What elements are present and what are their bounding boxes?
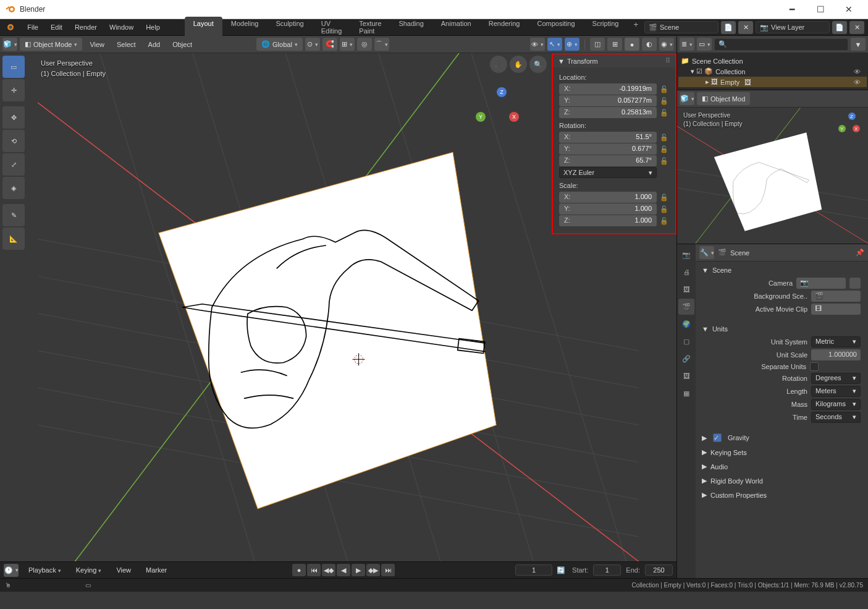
gizmo-icon[interactable]: ↖▾ [547,38,562,51]
menu-file[interactable]: File [21,21,44,33]
unitsys-select[interactable]: Metric▾ [811,336,861,347]
snap-type-icon[interactable]: ⊞▾ [340,38,355,51]
npanel-header[interactable]: ▼ Transform⠿ [553,54,675,67]
unitscale-input[interactable]: 1.000000 [811,349,861,360]
editor-type-icon[interactable]: 🧊▾ [2,38,17,51]
shading-rendered-icon[interactable]: ◉▾ [659,38,674,51]
outliner-filter-icon[interactable]: ▼ [851,38,866,51]
psec-rigidbody[interactable]: ▶ Rigid Body World [701,474,863,487]
outliner-item-empty[interactable]: ▸ 🖼 Empty 🖼👁 [678,77,867,87]
lock-icon[interactable]: 🔓 [659,85,669,93]
ptab-texture[interactable]: ▦ [678,385,694,401]
shading-solid-icon[interactable]: ● [625,38,639,51]
psec-gravity[interactable]: ▶ ✓ Gravity [701,431,863,445]
viewport-3d[interactable]: User Perspective (1) Collection | Empty … [0,53,676,561]
eye-icon[interactable]: 👁 [854,79,864,86]
tab-scripting[interactable]: Scripting [584,17,628,38]
xray-icon[interactable]: ◫ [590,38,605,51]
tab-add[interactable]: + [627,17,644,38]
tab-sculpting[interactable]: Sculpting [267,17,312,38]
camera-field[interactable]: 📷 [796,278,846,289]
utime-select[interactable]: Seconds▾ [811,412,861,423]
movieclip-field[interactable]: 🎞 [811,304,861,315]
visibility-icon[interactable]: 👁▾ [530,38,545,51]
separate-check[interactable] [810,362,819,371]
gizmo-y[interactable]: Y [476,112,486,122]
editor-timeline-icon[interactable]: 🕐▾ [4,564,19,577]
pivot-icon[interactable]: ⊙▾ [305,38,320,51]
proportional-icon[interactable]: ◎ [357,38,372,51]
frame-end-input[interactable]: 250 [645,564,673,576]
tab-shading[interactable]: Shading [390,17,432,38]
tool-scale[interactable]: ⤢ [2,153,25,176]
rot-z-input[interactable]: Z:65.7° [559,155,657,166]
shading-wireframe-icon[interactable]: ⊞ [607,38,622,51]
ptab-constraints[interactable]: 🔗 [678,351,694,367]
gravity-check[interactable]: ✓ [713,433,722,442]
autokey-button[interactable]: ● [292,564,306,576]
close-button[interactable]: ✕ [835,0,863,19]
umass-select[interactable]: Kilograms▾ [811,399,861,410]
ptab-object[interactable]: ▢ [678,333,694,349]
menu-help[interactable]: Help [140,21,166,33]
lock-icon[interactable]: 🔓 [659,205,669,213]
editor-props-icon[interactable]: 🔧▾ [699,246,714,259]
jump-start-button[interactable]: ⏮ [307,564,321,576]
scale-x-input[interactable]: X:1.000 [559,192,657,203]
scene-new-icon[interactable]: 📄 [721,21,736,34]
maximize-button[interactable]: ☐ [806,0,835,19]
eye-icon[interactable]: 👁 [854,68,864,75]
mini-gizmo[interactable]: XYZ [835,110,866,141]
ptab-viewlayer[interactable]: 🖼 [678,281,694,297]
tl-keying[interactable]: Keying ▾ [71,564,107,576]
ptab-scene[interactable]: 🎬 [678,299,694,315]
outliner-search[interactable]: 🔍 [714,38,848,51]
editor-outliner-icon[interactable]: ≣▾ [680,38,694,51]
scale-y-input[interactable]: Y:1.000 [559,203,657,215]
vp-pan-icon[interactable]: ✋ [510,56,527,73]
rot-x-input[interactable]: X:51.5° [559,132,657,143]
loc-x-input[interactable]: X:-0.19919m [559,83,657,95]
eyedrop-icon[interactable] [849,278,861,289]
minimize-button[interactable]: ━ [778,0,806,19]
tab-compositing[interactable]: Compositing [528,17,583,38]
menu-render[interactable]: Render [69,21,103,33]
tab-animation[interactable]: Animation [432,17,480,38]
bgscene-field[interactable]: 🎬 [811,291,861,302]
scene-delete-icon[interactable]: ✕ [738,21,753,34]
loc-y-input[interactable]: Y:0.057277m [559,95,657,106]
psec-units[interactable]: ▼ Units [701,323,863,335]
psec-keying[interactable]: ▶ Keying Sets [701,446,863,459]
ulen-select[interactable]: Meters▾ [811,386,861,397]
keyframe-prev-button[interactable]: ◀◆ [322,564,335,576]
frame-current-input[interactable]: 1 [515,564,552,576]
gizmo-z[interactable]: Z [497,87,507,97]
orientation-selector[interactable]: 🌐 Global ▾ [256,38,303,51]
sync-icon[interactable]: 🔄 [555,566,567,574]
urot-select[interactable]: Degrees▾ [811,373,861,384]
nav-gizmo[interactable]: Z X Y [476,87,519,130]
psec-scene[interactable]: ▼ Scene [701,264,863,276]
editor-type-icon[interactable]: 🧊▾ [680,92,694,105]
loc-z-input[interactable]: Z:0.25813m [559,107,657,118]
lock-icon[interactable]: 🔓 [659,109,669,117]
rotation-mode-select[interactable]: XYZ Euler▾ [559,167,657,178]
lock-icon[interactable]: 🔓 [659,97,669,105]
lock-icon[interactable]: 🔓 [659,145,669,153]
mini-viewport[interactable]: User Perspective (1) Collection | Empty … [677,108,868,244]
mini-mode-selector[interactable]: ◧ Object Mod [697,92,750,105]
scale-z-input[interactable]: Z:1.000 [559,215,657,226]
vp-camera-icon[interactable]: 🎥 [490,56,507,73]
vp-menu-select[interactable]: Select [112,39,141,50]
lock-icon[interactable]: 🔓 [659,157,669,165]
vp-menu-view[interactable]: View [85,39,109,50]
vp-zoom-icon[interactable]: 🔍 [529,56,547,73]
tab-modeling[interactable]: Modeling [222,17,268,38]
tool-move[interactable]: ✥ [2,106,25,129]
snap-icon[interactable]: 🧲 [322,38,337,51]
tool-cursor[interactable]: ✛ [2,79,25,101]
viewlayer-new-icon[interactable]: 📄 [832,21,847,34]
tl-marker[interactable]: Marker [141,564,172,576]
viewlayer-delete-icon[interactable]: ✕ [849,21,864,34]
shading-lookdev-icon[interactable]: ◐ [642,38,657,51]
